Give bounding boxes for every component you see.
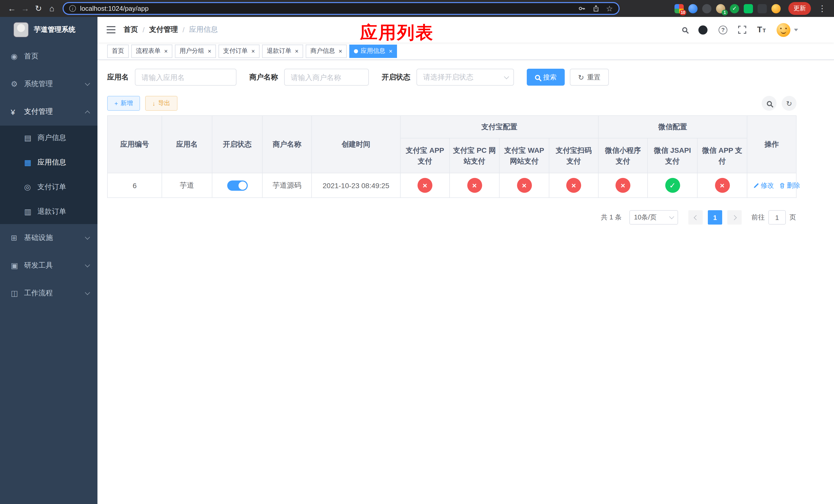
card-icon: ▤ [24,133,38,142]
sidebar-item-refund-orders[interactable]: ▥ 退款订单 [0,200,97,224]
sidebar-item-dev-tools[interactable]: ▣ 研发工具 [0,252,97,279]
chrome-update-button[interactable]: 更新 [788,2,811,15]
tags-bar: 首页 流程表单 × 用户分组 × 支付订单 × 退款订单 × [97,43,834,60]
status-toggle[interactable] [227,180,247,190]
breadcrumb-current: 应用信息 [189,25,218,35]
password-key-icon[interactable] [578,5,586,12]
prev-page-button[interactable] [688,210,703,225]
cell-created: 2021-10-23 08:49:25 [312,173,400,198]
close-icon[interactable]: × [251,48,255,54]
site-info-icon[interactable]: i [69,5,76,12]
cell-app-name: 芋道 [162,173,212,198]
close-icon[interactable]: × [389,48,392,54]
export-button[interactable]: ↓ 导出 [145,96,177,111]
extension-wechat-icon[interactable] [744,4,753,13]
show-search-button[interactable] [762,96,776,111]
sidebar-item-payment[interactable]: ¥ 支付管理 [0,98,97,125]
user-menu[interactable] [776,23,798,37]
navbar: 首页 / 支付管理 / 应用信息 应用列表 ? TT [97,17,834,43]
extension-pin-icon[interactable] [758,4,767,13]
sidebar-item-merchant-info[interactable]: ▤ 商户信息 [0,125,97,150]
tab-merchant-info[interactable]: 商户信息 × [306,44,347,58]
extension-dark-icon[interactable] [702,4,711,13]
extension-blue-icon[interactable] [688,4,698,13]
avatar[interactable] [776,23,790,37]
chevron-down-icon [669,214,674,219]
chevron-down-icon [85,234,90,240]
fullscreen-icon[interactable] [738,26,746,34]
search-button[interactable]: 搜索 [527,69,565,86]
close-icon[interactable]: × [295,48,299,54]
app-logo[interactable]: 芋道管理系统 [0,17,97,43]
bookmark-star-icon[interactable]: ☆ [606,5,613,12]
close-icon[interactable]: × [208,48,211,54]
url-text[interactable]: localhost:1024/pay/app [80,5,578,12]
breadcrumb-home[interactable]: 首页 [124,25,138,35]
page-size-select[interactable]: 10条/页 [629,210,678,225]
font-size-icon[interactable]: TT [757,26,766,34]
status-select[interactable]: 请选择开启状态 [416,69,514,86]
col-actions: 操作 [747,116,796,173]
refresh-button[interactable]: ↻ [782,96,796,111]
goto-page-input[interactable] [768,210,786,225]
chevron-down-icon [504,74,509,79]
status-fail-icon: × [566,178,581,193]
tab-pay-orders[interactable]: 支付订单 × [219,44,260,58]
forward-icon[interactable]: → [19,2,32,15]
sidebar-item-app-info[interactable]: ▦ 应用信息 [0,150,97,175]
col-group-alipay: 支付宝配置 [400,116,598,138]
close-icon[interactable]: × [164,48,168,54]
collapse-sidebar-icon[interactable] [107,26,115,33]
chevron-down-icon [85,262,90,267]
sidebar-item-system[interactable]: ⚙ 系统管理 [0,70,97,98]
tab-process-form[interactable]: 流程表单 × [131,44,172,58]
back-icon[interactable]: ← [5,2,19,15]
tab-app-info[interactable]: 应用信息 × [349,44,397,58]
status-label: 开启状态 [381,72,410,82]
status-fail-icon: × [517,178,532,193]
sidebar-item-home[interactable]: ◉ 首页 [0,43,97,70]
tab-refund-orders[interactable]: 退款订单 × [262,44,303,58]
grid-icon: ▦ [24,158,38,167]
sidebar-item-pay-orders[interactable]: ◎ 支付订单 [0,175,97,200]
help-icon[interactable]: ? [719,25,727,34]
infra-icon: ⊞ [11,233,24,243]
reset-button[interactable]: ↻ 重置 [570,69,609,86]
merchant-name-input[interactable] [284,69,369,86]
sidebar-item-workflow[interactable]: ◫ 工作流程 [0,279,97,307]
pagination: 共 1 条 10条/页 1 前往 页 [107,210,796,225]
pencil-icon [753,182,759,188]
tab-home[interactable]: 首页 [107,44,129,58]
tab-user-group[interactable]: 用户分组 × [175,44,216,58]
address-bar[interactable]: i localhost:1024/pay/app ☆ [63,2,620,15]
status-fail-icon: × [418,178,432,193]
extension-colorful-icon[interactable]: 10 [675,4,684,13]
home-icon[interactable]: ⌂ [45,2,59,15]
search-icon[interactable] [682,27,687,32]
add-button[interactable]: + 新增 [107,96,140,111]
next-page-button[interactable] [727,210,742,225]
share-icon[interactable] [592,5,599,12]
app-name-input[interactable] [135,69,237,86]
browser-menu-icon[interactable]: ⋮ [815,4,829,13]
chevron-down-icon [85,290,90,295]
edit-link[interactable]: 修改 [753,181,774,190]
github-icon[interactable] [698,25,708,35]
extension-avatar-icon[interactable]: 1 [716,4,725,13]
app-name-label: 应用名 [107,72,129,82]
reload-icon[interactable]: ↻ [32,2,45,15]
page-number-current[interactable]: 1 [708,210,722,225]
delete-link[interactable]: 删除 [779,181,800,190]
extension-emoji-icon[interactable] [771,4,781,13]
order-icon: ◎ [24,183,38,192]
col-wx-jsapi: 微信 JSAPI 支付 [648,138,697,173]
plus-icon: + [114,100,118,107]
table-row: 6 芋道 芋道源码 2021-10-23 08:49:25 × × × × × … [107,173,796,198]
breadcrumb-payment[interactable]: 支付管理 [149,25,178,35]
extension-check-icon[interactable]: ✓ [730,4,739,13]
close-icon[interactable]: × [338,48,342,54]
breadcrumb: 首页 / 支付管理 / 应用信息 [124,25,218,35]
download-icon: ↓ [152,100,155,107]
search-icon [535,75,540,80]
sidebar-item-infrastructure[interactable]: ⊞ 基础设施 [0,224,97,252]
